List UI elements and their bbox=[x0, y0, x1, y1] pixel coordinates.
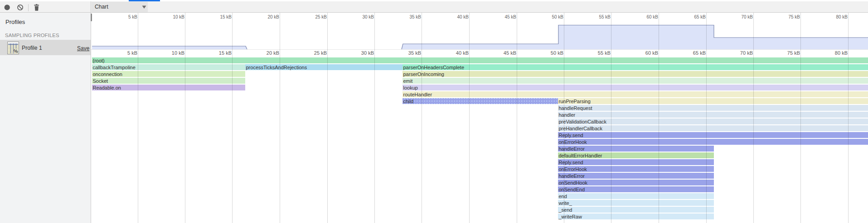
svg-text:%: % bbox=[14, 48, 18, 54]
